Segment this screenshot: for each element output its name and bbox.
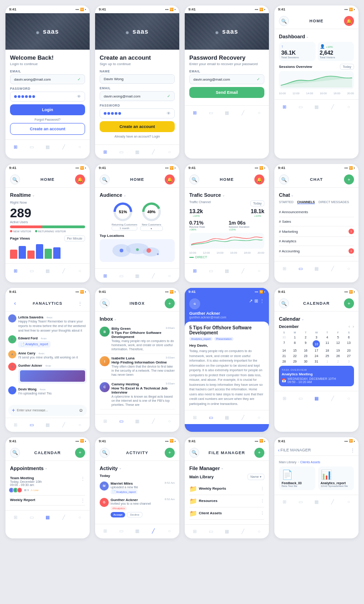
home-nav-item[interactable]: ⊞ bbox=[191, 108, 199, 117]
accept-button[interactable]: Accept bbox=[111, 512, 125, 517]
appointment-weekly-report[interactable]: Weekly Report ⋮ bbox=[10, 496, 85, 506]
calendar-day[interactable]: 13 bbox=[344, 340, 354, 348]
chat-nav-item[interactable]: ▭ bbox=[296, 264, 304, 272]
inbox-nav-item[interactable]: ▭ bbox=[296, 498, 304, 506]
channel-analytics[interactable]: # Analytics bbox=[279, 237, 354, 246]
monitor-nav-item[interactable]: ▭ bbox=[27, 143, 35, 151]
more-icon[interactable]: ⋮ bbox=[260, 298, 264, 309]
calendar-day[interactable]: 1 bbox=[290, 335, 300, 340]
more-icon[interactable]: ⋮ bbox=[260, 486, 264, 491]
login-button[interactable]: Login bbox=[10, 104, 85, 115]
user-nav-item[interactable]: ○ bbox=[255, 527, 263, 536]
message-input[interactable]: + ☺ bbox=[8, 405, 87, 416]
home-nav-item[interactable]: ⊞ bbox=[191, 413, 199, 421]
folder-client-assets[interactable]: 📁 Client Assets ⋮ bbox=[189, 507, 264, 520]
inbox-nav-item[interactable]: ▭ bbox=[207, 413, 215, 421]
calendar-nav-item[interactable]: ▦ bbox=[133, 148, 141, 156]
channel-marketing[interactable]: # Marketing 1 bbox=[279, 226, 354, 237]
notification-icon[interactable]: 🔔 bbox=[75, 174, 85, 184]
calendar-day[interactable]: 2 bbox=[300, 335, 311, 340]
calendar-day[interactable]: 6 bbox=[344, 335, 354, 340]
emoji-icon[interactable]: ☺ bbox=[79, 408, 83, 413]
email-field[interactable]: davin.wong@mail.com ✓ bbox=[10, 74, 85, 84]
calendar-day[interactable]: 31 bbox=[311, 359, 322, 364]
calendar-nav-item[interactable]: ▦ bbox=[312, 102, 320, 111]
calendar-day[interactable]: 23 bbox=[300, 353, 311, 358]
channel-sales[interactable]: # Sales bbox=[279, 217, 354, 226]
returning-period[interactable]: 1 month bbox=[111, 226, 137, 230]
calendar-nav-item[interactable]: ▦ bbox=[43, 143, 51, 151]
folder-weekly-reports[interactable]: 📁 Weekly Reports ⋮ bbox=[189, 483, 264, 495]
user-nav-item[interactable]: ○ bbox=[76, 421, 84, 429]
calendar-nav-item[interactable]: ▦ bbox=[312, 498, 320, 506]
user-nav-item[interactable]: ○ bbox=[165, 271, 173, 280]
search-icon[interactable]: 🔍 bbox=[189, 448, 199, 458]
tab-direct-messages[interactable]: DIRECT MESSAGES bbox=[318, 200, 349, 204]
calendar-day[interactable]: 26 bbox=[333, 353, 344, 358]
calendar-day[interactable]: 18 bbox=[322, 348, 333, 353]
home-nav-item[interactable]: ⊞ bbox=[101, 148, 109, 156]
search-icon[interactable]: 🔍 bbox=[100, 174, 110, 184]
inbox-nav-item[interactable]: ▭ bbox=[117, 417, 125, 425]
notification-icon[interactable]: 🔔 bbox=[165, 174, 175, 184]
calendar-day[interactable]: 2 bbox=[333, 359, 344, 364]
inbox-nav-item[interactable]: ▭ bbox=[27, 513, 35, 522]
user-nav-item[interactable]: ○ bbox=[76, 143, 84, 151]
calendar-day[interactable]: 20 bbox=[344, 348, 354, 353]
calendar-day[interactable]: 5 bbox=[333, 335, 344, 340]
monitor-nav-item[interactable]: ▭ bbox=[27, 266, 35, 275]
decline-button[interactable]: Decline bbox=[127, 512, 142, 517]
period-selector[interactable]: Today bbox=[250, 200, 264, 206]
chart-nav-item[interactable]: ╱ bbox=[239, 527, 247, 536]
calendar-nav-item[interactable]: ▦ bbox=[133, 417, 141, 425]
eye-icon[interactable]: 👁 bbox=[77, 94, 81, 99]
create-account-button[interactable]: Create an account bbox=[100, 121, 175, 132]
message-text-input[interactable] bbox=[17, 409, 77, 412]
home-nav-item[interactable]: ⊞ bbox=[191, 527, 199, 536]
chart-nav-item[interactable]: ╱ bbox=[60, 266, 68, 275]
search-icon[interactable]: 🔍 bbox=[189, 174, 199, 184]
forgot-password-link[interactable]: Forgot Password? bbox=[10, 118, 85, 121]
user-nav-item[interactable]: ○ bbox=[255, 413, 263, 421]
layout-icon[interactable]: ⊞ bbox=[254, 298, 258, 309]
calendar-day[interactable]: 29 bbox=[290, 359, 300, 364]
period-selector[interactable]: Today bbox=[340, 64, 354, 70]
monitor-nav-item[interactable]: ▭ bbox=[117, 148, 125, 156]
new-period[interactable]: ▾ bbox=[140, 226, 163, 231]
more-icon[interactable]: ⋮ bbox=[260, 499, 264, 503]
activity-nav-item[interactable]: ╱ bbox=[149, 527, 157, 535]
sort-selector[interactable]: Name ▾ bbox=[248, 474, 264, 480]
calendar-nav-item[interactable]: ▦ bbox=[43, 513, 51, 522]
chart-nav-item[interactable]: ╱ bbox=[149, 417, 157, 425]
chart-nav-item[interactable]: ╱ bbox=[149, 271, 157, 280]
more-icon[interactable]: ⋮ bbox=[350, 448, 355, 453]
calendar-day[interactable]: 27 bbox=[344, 353, 354, 358]
add-icon[interactable]: + bbox=[254, 448, 264, 458]
calendar-nav-item[interactable]: ▦ bbox=[222, 108, 231, 117]
home-nav-item[interactable]: ⊞ bbox=[280, 102, 288, 111]
user-nav-item[interactable]: ○ bbox=[165, 417, 173, 425]
home-nav-item[interactable]: ⊞ bbox=[101, 527, 109, 535]
chart-nav-item[interactable]: ╱ bbox=[239, 413, 247, 421]
user-nav-item[interactable]: ○ bbox=[344, 264, 353, 272]
channel-accounting[interactable]: # Accounting 1 bbox=[279, 246, 354, 256]
monitor-nav-item[interactable]: ▭ bbox=[207, 266, 215, 275]
password-field[interactable]: 👁 bbox=[10, 92, 85, 102]
calendar-day[interactable]: 16 bbox=[300, 348, 311, 353]
calendar-day[interactable]: 14 bbox=[279, 348, 289, 353]
more-options-icon[interactable]: ⋮ bbox=[81, 476, 85, 481]
home-nav-item[interactable]: ⊞ bbox=[191, 266, 199, 275]
prev-month-icon[interactable]: ‹ bbox=[349, 324, 350, 329]
calendar-day[interactable]: 30 bbox=[300, 359, 311, 364]
user-nav-item[interactable]: ○ bbox=[344, 498, 353, 506]
back-icon[interactable]: ‹ bbox=[10, 298, 20, 308]
user-nav-item[interactable]: ○ bbox=[255, 108, 263, 117]
file-feedback[interactable]: 📄 Feedback_03 Beta Test file bbox=[279, 466, 315, 490]
calendar-nav-item[interactable]: ▦ bbox=[222, 527, 231, 536]
calendar-day[interactable]: 1 bbox=[322, 359, 333, 364]
calendar-nav-item[interactable]: ▦ bbox=[43, 266, 51, 275]
search-icon[interactable]: 🔍 bbox=[279, 298, 289, 308]
calendar-day[interactable]: 4 bbox=[322, 335, 333, 340]
password-field[interactable]: 👁 bbox=[100, 108, 175, 118]
calendar-day-today[interactable]: 10 bbox=[313, 340, 320, 348]
